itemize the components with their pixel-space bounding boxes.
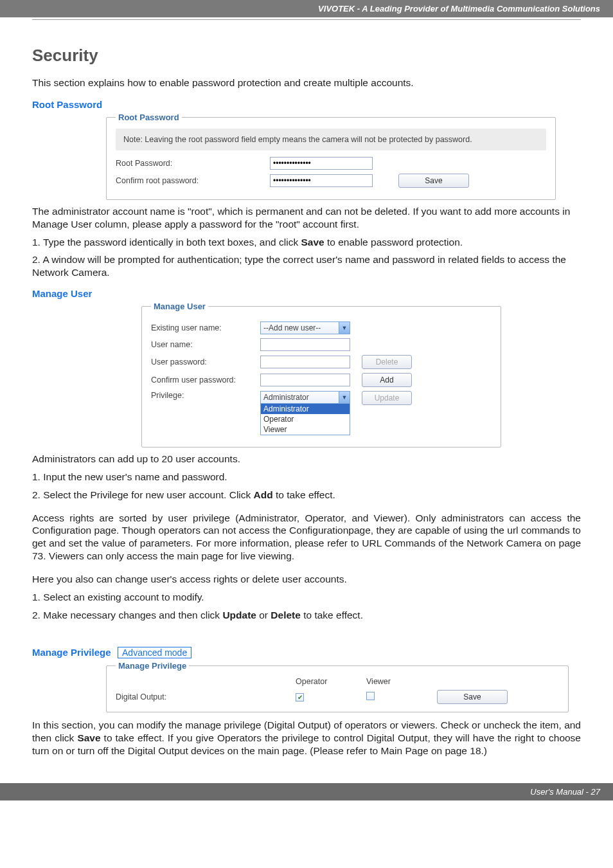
root-password-note: Note: Leaving the root password field em…: [116, 129, 546, 150]
dropdown-item-operator[interactable]: Operator: [261, 414, 350, 424]
existing-user-value: --Add new user--: [263, 323, 321, 332]
manage-privilege-screenshot: Manage Privilege Operator Viewer Digital…: [106, 661, 581, 712]
operator-column-header: Operator: [296, 677, 366, 686]
manage-user-legend: Manage User: [151, 302, 208, 311]
dropdown-item-administrator[interactable]: Administrator: [261, 404, 350, 414]
update-button[interactable]: Update: [362, 391, 412, 405]
manage-user-screenshot: Manage User Existing user name: --Add ne…: [141, 302, 581, 448]
save-button[interactable]: Save: [398, 174, 469, 188]
change-rights-intro: Here you also can change user's access r…: [32, 573, 581, 586]
privilege-value: Administrator: [263, 393, 309, 402]
page-footer: User's Manual - 27: [0, 783, 613, 800]
manage-user-step2: 2. Select the Privilege for new user acc…: [32, 489, 581, 502]
viewer-column-header: Viewer: [366, 677, 437, 686]
delete-button[interactable]: Delete: [362, 355, 412, 369]
change-rights-step1: 1. Select an existing account to modify.: [32, 591, 581, 604]
intro-text: This section explains how to enable pass…: [32, 77, 581, 89]
confirm-user-password-input[interactable]: [260, 374, 350, 386]
add-button[interactable]: Add: [362, 373, 412, 387]
manage-privilege-label: Manage Privilege: [32, 647, 111, 658]
privilege-dropdown: Administrator Operator Viewer: [260, 403, 350, 435]
user-password-label: User password:: [151, 357, 260, 366]
root-password-label: Root Password: [32, 99, 581, 110]
confirm-user-password-label: Confirm user password:: [151, 375, 260, 384]
existing-user-select[interactable]: --Add new user-- ▼: [260, 321, 350, 334]
manage-user-label: Manage User: [32, 288, 581, 299]
username-label: User name:: [151, 340, 260, 349]
root-password-input[interactable]: [270, 157, 373, 170]
access-rights-paragraph: Access rights are sorted by user privile…: [32, 512, 581, 563]
page-content: Security This section explains how to en…: [0, 20, 613, 757]
chevron-down-icon: ▼: [339, 322, 350, 334]
confirm-root-password-label: Confirm root password:: [116, 176, 270, 185]
viewer-checkbox[interactable]: [366, 692, 375, 700]
advanced-mode-badge: Advanced mode: [118, 647, 191, 658]
privilege-label: Privilege:: [151, 391, 260, 400]
root-password-step1: 1. Type the password identically in both…: [32, 236, 581, 249]
privilege-select[interactable]: Administrator ▼: [260, 391, 350, 404]
save-button[interactable]: Save: [437, 690, 508, 704]
dropdown-item-viewer[interactable]: Viewer: [261, 424, 350, 435]
root-password-step2: 2. A window will be prompted for authent…: [32, 253, 581, 279]
root-password-screenshot: Root Password Note: Leaving the root pas…: [106, 113, 581, 200]
manage-user-intro: Administrators can add up to 20 user acc…: [32, 453, 581, 466]
brand-header: VIVOTEK - A Leading Provider of Multimed…: [0, 0, 613, 18]
root-password-paragraph: The administrator account name is "root"…: [32, 205, 581, 231]
user-password-input[interactable]: [260, 356, 350, 368]
change-rights-step2: 2. Make necessary changes and then click…: [32, 609, 581, 622]
manage-privilege-legend: Manage Privilege: [116, 661, 189, 671]
root-password-field-label: Root Password:: [116, 159, 270, 168]
confirm-root-password-input[interactable]: [270, 174, 373, 187]
root-password-legend: Root Password: [116, 113, 182, 122]
chevron-down-icon: ▼: [339, 392, 350, 403]
page-title: Security: [32, 46, 581, 66]
manage-user-step1: 1. Input the new user's name and passwor…: [32, 471, 581, 484]
existing-user-label: Existing user name:: [151, 323, 260, 332]
operator-checkbox[interactable]: ✔: [296, 693, 304, 701]
username-input[interactable]: [260, 338, 350, 351]
digital-output-label: Digital Output:: [116, 692, 296, 701]
manage-privilege-paragraph: In this section, you can modify the mana…: [32, 719, 581, 757]
